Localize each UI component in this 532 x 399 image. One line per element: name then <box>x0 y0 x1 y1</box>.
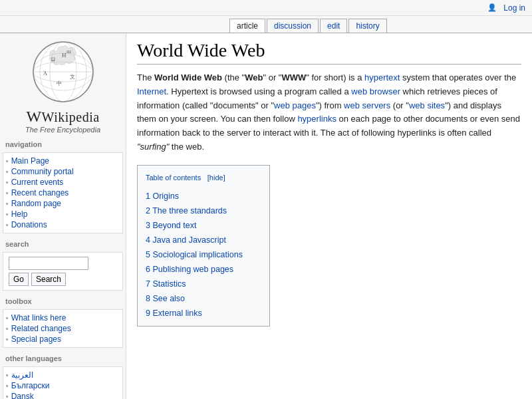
search-input[interactable] <box>9 257 88 270</box>
tab-history[interactable]: history <box>348 19 386 33</box>
list-item: Random page <box>3 198 122 209</box>
surfing-em: "surfing" <box>137 142 169 152</box>
toc-item: 2 The three standards <box>146 203 261 218</box>
other-languages-section: العربية Български Dansk <box>3 366 123 399</box>
content-area: World Wide Web The World Wide Web (the "… <box>126 33 532 399</box>
toc-box: Table of contents [hide] 1 Origins 2 The… <box>137 165 270 327</box>
article-body: The World Wide Web (the "Web" or "WWW" f… <box>137 71 521 332</box>
list-item: What links here <box>3 313 122 323</box>
svg-text:H: H <box>62 52 66 59</box>
toolbox-section: What links here Related changes Special … <box>3 309 123 348</box>
toc-item: 6 Publishing web pages <box>146 262 261 277</box>
top-bar: 👤 Log in <box>0 0 532 16</box>
search-input-row <box>3 255 122 271</box>
toc-link-5[interactable]: 5 Sociological implications <box>146 250 243 259</box>
other-languages-section-title: other languages <box>0 350 126 364</box>
tab-edit[interactable]: edit <box>320 19 347 33</box>
bold-www2: WWW <box>281 72 306 82</box>
arabic-link[interactable]: العربية <box>11 370 33 380</box>
toolbox-list: What links here Related changes Special … <box>3 313 122 344</box>
go-button[interactable]: Go <box>9 273 29 286</box>
toc-link-4[interactable]: 4 Java and Javascript <box>146 235 226 245</box>
toc-list: 1 Origins 2 The three standards 3 Beyond… <box>146 189 261 321</box>
list-item: Recent changes <box>3 188 122 198</box>
toc-item: 8 See also <box>146 291 261 306</box>
list-item: Special pages <box>3 334 122 344</box>
svg-text:Ш: Ш <box>66 49 71 55</box>
tab-article[interactable]: article <box>229 19 265 33</box>
main-layout: Ω H Ш А 文 中 WWikipedia The Free Encyclop… <box>0 33 532 399</box>
article-intro: The World Wide Web (the "Web" or "WWW" f… <box>137 71 521 154</box>
svg-text:Ω: Ω <box>51 57 55 63</box>
svg-text:文: 文 <box>70 74 75 80</box>
random-page-link[interactable]: Random page <box>11 199 61 208</box>
toc-link-6[interactable]: 6 Publishing web pages <box>146 265 233 274</box>
toc-link-7[interactable]: 7 Statistics <box>146 279 186 289</box>
toolbox-section-title: toolbox <box>0 293 126 307</box>
web-servers-link[interactable]: web servers <box>344 100 390 110</box>
wikipedia-globe-icon: Ω H Ш А 文 中 <box>30 39 96 105</box>
web-sites-link[interactable]: web sites <box>409 100 445 110</box>
navigation-section-title: navigation <box>0 136 126 150</box>
search-section: Go Search <box>3 252 123 291</box>
login-link[interactable]: Log in <box>503 3 525 13</box>
donations-link[interactable]: Donations <box>11 220 47 229</box>
logo-area: Ω H Ш А 文 中 WWikipedia The Free Encyclop… <box>0 33 126 136</box>
toc-item: 5 Sociological implications <box>146 247 261 262</box>
user-icon: 👤 <box>487 3 497 12</box>
other-languages-list: العربية Български Dansk <box>3 370 122 399</box>
hypertext-link[interactable]: hypertext <box>364 72 400 82</box>
community-portal-link[interactable]: Community portal <box>11 167 74 176</box>
recent-changes-link[interactable]: Recent changes <box>11 188 69 198</box>
toc-item: 1 Origins <box>146 189 261 203</box>
search-button[interactable]: Search <box>31 273 66 286</box>
what-links-here-link[interactable]: What links here <box>11 313 66 323</box>
list-item: Help <box>3 209 122 219</box>
list-item: Current events <box>3 177 122 188</box>
list-item: Donations <box>3 219 122 230</box>
list-item: Dansk <box>3 391 122 399</box>
toc-hide-button[interactable]: [hide] <box>207 174 225 182</box>
related-changes-link[interactable]: Related changes <box>11 324 71 333</box>
toc-link-8-label[interactable]: See also <box>150 294 185 303</box>
toc-link-9[interactable]: 9 External links <box>146 309 202 318</box>
page-title: World Wide Web <box>137 40 521 65</box>
tab-bar: article discussion edit history <box>0 16 532 33</box>
help-link[interactable]: Help <box>11 209 28 219</box>
toc-link-3[interactable]: 3 Beyond text <box>146 221 196 230</box>
toc-item: 9 External links <box>146 306 261 321</box>
bulgarian-link[interactable]: Български <box>11 381 50 390</box>
navigation-list: Main Page Community portal Current event… <box>3 156 122 230</box>
list-item: Български <box>3 380 122 391</box>
navigation-section: Main Page Community portal Current event… <box>3 152 123 233</box>
current-events-link[interactable]: Current events <box>11 178 64 187</box>
toc-link-8[interactable]: 8 <box>146 294 150 303</box>
svg-text:А: А <box>43 70 47 76</box>
hyperlinks-link[interactable]: hyperlinks <box>297 114 336 124</box>
bold-web: Web <box>245 72 263 82</box>
tab-discussion[interactable]: discussion <box>267 19 319 33</box>
web-browser-link[interactable]: web browser <box>351 86 400 96</box>
toc-link-2[interactable]: 2 The three standards <box>146 206 227 215</box>
web-pages-link[interactable]: web pages <box>274 100 316 110</box>
list-item: Main Page <box>3 156 122 166</box>
svg-text:中: 中 <box>57 80 62 86</box>
special-pages-link[interactable]: Special pages <box>11 334 61 344</box>
bold-www: World Wide Web <box>154 72 222 82</box>
toc-item: 7 Statistics <box>146 277 261 291</box>
list-item: العربية <box>3 370 122 380</box>
sidebar: Ω H Ш А 文 中 WWikipedia The Free Encyclop… <box>0 33 126 399</box>
toc-item: 3 Beyond text <box>146 218 261 233</box>
logo-subtitle: The Free Encyclopedia <box>25 126 100 134</box>
toc-title: Table of contents [hide] <box>146 171 261 185</box>
main-page-link[interactable]: Main Page <box>11 156 49 166</box>
search-section-title: search <box>0 236 126 249</box>
danish-link[interactable]: Dansk <box>11 392 34 399</box>
logo-title: WWikipedia <box>26 108 99 126</box>
internet-link[interactable]: Internet <box>137 86 166 96</box>
toc-link-1[interactable]: 1 Origins <box>146 192 179 201</box>
list-item: Community portal <box>3 166 122 177</box>
toc-item: 4 Java and Javascript <box>146 233 261 247</box>
list-item: Related changes <box>3 323 122 334</box>
